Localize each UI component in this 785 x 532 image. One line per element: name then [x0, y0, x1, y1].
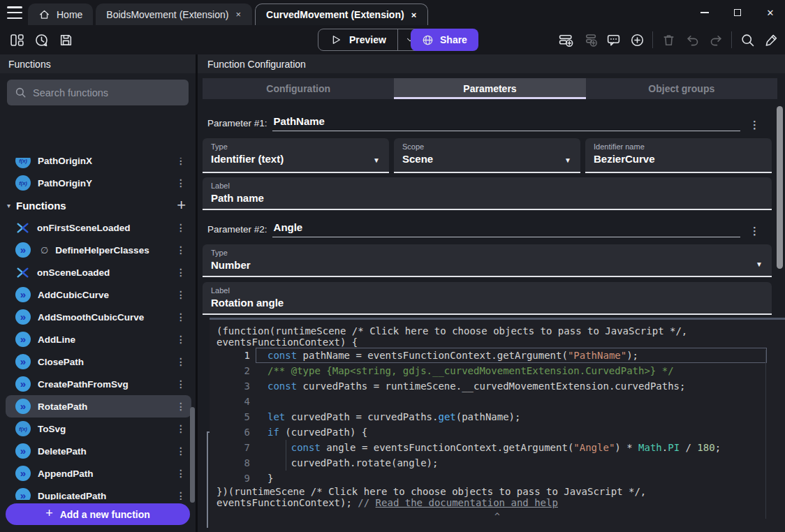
- parameter-1-type-select[interactable]: Type Identifier (text) ▼: [203, 138, 389, 173]
- documentation-link[interactable]: Read the documentation and help: [376, 497, 558, 508]
- action-function-icon: »: [15, 399, 31, 414]
- toolbar-left-icons: [8, 31, 74, 48]
- item-menu-icon[interactable]: ⋮: [176, 401, 186, 412]
- item-menu-icon[interactable]: ⋮: [176, 267, 186, 278]
- function-item-AddSmoothCubicCurve[interactable]: »AddSmoothCubicCurve⋮: [6, 306, 191, 328]
- parameter-2-name-input[interactable]: Angle: [272, 221, 740, 237]
- function-item-DefineHelperClasses[interactable]: »∅DefineHelperClasses⋮: [6, 239, 191, 261]
- parameter-1-name-input[interactable]: PathName: [272, 115, 740, 131]
- panel-title: Function Configuration: [198, 54, 785, 73]
- functions-section-header[interactable]: ▾Functions+: [0, 194, 196, 216]
- function-item-AppendPath[interactable]: »AppendPath⋮: [6, 462, 191, 485]
- parameter-2-menu-icon[interactable]: ⋮: [749, 225, 760, 237]
- tab-home[interactable]: Home: [28, 3, 93, 25]
- item-menu-icon[interactable]: ⋮: [176, 289, 186, 300]
- edit-code-icon[interactable]: [763, 31, 779, 48]
- configuration-tabs: Configuration Parameters Object groups: [203, 78, 777, 99]
- tab-object-groups[interactable]: Object groups: [586, 78, 777, 99]
- maximize-icon[interactable]: [733, 9, 742, 16]
- collapse-editor-icon[interactable]: ^: [210, 512, 785, 522]
- function-item-PathOriginX[interactable]: f(x)PathOriginX⋮: [6, 158, 191, 172]
- item-menu-icon[interactable]: ⋮: [176, 378, 186, 390]
- add-new-function-button[interactable]: + Add a new function: [6, 503, 190, 525]
- action-function-icon: »: [15, 332, 31, 347]
- parameters-scrollbar[interactable]: [777, 106, 783, 269]
- function-item-CreatePathFromSvg[interactable]: »CreatePathFromSvg⋮: [6, 373, 191, 395]
- code-lines: 1const pathName = eventsFunctionContext.…: [210, 348, 785, 486]
- tab-configuration[interactable]: Configuration: [203, 78, 394, 99]
- item-menu-icon[interactable]: ⋮: [176, 334, 186, 345]
- function-item-onFirstSceneLoaded[interactable]: onFirstSceneLoaded⋮: [6, 216, 191, 239]
- tab-curvedmovement[interactable]: CurvedMovement (Extension) ×: [255, 3, 428, 25]
- function-item-ClosePath[interactable]: »ClosePath⋮: [6, 350, 191, 373]
- close-tab-icon[interactable]: ×: [235, 9, 242, 20]
- save-icon[interactable]: [57, 31, 74, 48]
- parameter-1-identifier-input[interactable]: Identifier name BezierCurve: [585, 138, 772, 173]
- toolbar: Preview Share: [0, 25, 785, 54]
- function-item-ToSvg[interactable]: f(x)ToSvg⋮: [6, 418, 191, 440]
- item-menu-icon[interactable]: ⋮: [176, 244, 186, 256]
- parameter-2-type-select[interactable]: Type Number ▼: [203, 244, 772, 277]
- tab-boidsmovement[interactable]: BoidsMovement (Extension) ×: [96, 3, 252, 25]
- function-name: AddLine: [38, 334, 75, 345]
- share-button[interactable]: Share: [411, 29, 478, 51]
- item-menu-icon[interactable]: ⋮: [176, 423, 186, 434]
- item-menu-icon[interactable]: ⋮: [176, 177, 186, 189]
- collapse-arrow-icon[interactable]: ▾: [7, 202, 10, 209]
- action-function-icon: »: [15, 466, 31, 481]
- function-item-DeletePath[interactable]: »DeletePath⋮: [6, 440, 191, 462]
- search-icon[interactable]: [739, 31, 756, 48]
- function-item-DuplicatedPath[interactable]: »DuplicatedPath⋮: [6, 485, 191, 500]
- minimize-icon[interactable]: [700, 12, 710, 13]
- event-selection-bracket: [207, 431, 208, 528]
- item-menu-icon[interactable]: ⋮: [176, 468, 186, 479]
- item-menu-icon[interactable]: ⋮: [176, 490, 186, 500]
- add-event-icon[interactable]: [557, 31, 574, 48]
- item-menu-icon[interactable]: ⋮: [176, 222, 186, 233]
- function-name: AddCubicCurve: [38, 290, 109, 300]
- parameter-2-label-input[interactable]: Label Rotation angle: [203, 282, 772, 315]
- toolbar-divider: [652, 31, 653, 48]
- parameter-2-heading: Parameter #2: Angle: [207, 218, 740, 237]
- function-item-PathOriginY[interactable]: f(x)PathOriginY⋮: [6, 172, 191, 194]
- close-window-icon[interactable]: ✕: [765, 8, 775, 18]
- function-item-AddLine[interactable]: »AddLine⋮: [6, 328, 191, 350]
- parameter-1-scope-select[interactable]: Scope Scene ▼: [394, 138, 580, 173]
- close-tab-icon[interactable]: ×: [411, 10, 418, 20]
- main-menu-icon[interactable]: [7, 6, 22, 19]
- item-menu-icon[interactable]: ⋮: [176, 356, 186, 367]
- function-name: AppendPath: [38, 468, 94, 479]
- dropdown-arrow-icon[interactable]: ▼: [564, 156, 571, 164]
- code-editor[interactable]: (function(runtimeScene /* Click here to …: [210, 318, 785, 532]
- function-item-onSceneLoaded[interactable]: onSceneLoaded⋮: [6, 261, 191, 283]
- function-item-RotatePath[interactable]: »RotatePath⋮: [6, 395, 191, 418]
- code-footer-line: })(runtimeScene /* Click here to choose …: [210, 486, 785, 497]
- line-number: 7: [217, 440, 250, 455]
- dropdown-arrow-icon[interactable]: ▼: [756, 260, 763, 268]
- line-number: 3: [217, 378, 250, 394]
- plus-icon: +: [45, 506, 53, 521]
- code-line-6: 6if (curvedPath) {: [210, 424, 785, 440]
- add-function-plus-icon[interactable]: +: [177, 198, 186, 213]
- preview-label: Preview: [349, 34, 386, 45]
- code-header-line: (function(runtimeScene /* Click here to …: [210, 325, 785, 337]
- sidebar-scrollbar[interactable]: [190, 407, 195, 503]
- window-tabs: Home BoidsMovement (Extension) × CurvedM…: [28, 3, 428, 25]
- editor-panels-icon[interactable]: [8, 31, 25, 48]
- search-functions-input[interactable]: Search functions: [7, 80, 189, 105]
- parameter-1-label-input[interactable]: Label Path name: [203, 177, 772, 210]
- dropdown-arrow-icon[interactable]: ▼: [373, 156, 380, 164]
- parameter-1-menu-icon[interactable]: ⋮: [749, 119, 760, 131]
- code-footer-line: eventsFunctionContext); // Read the docu…: [210, 497, 785, 508]
- preview-button[interactable]: Preview: [318, 29, 397, 50]
- tab-parameters[interactable]: Parameters: [394, 78, 585, 99]
- function-item-AddCubicCurve[interactable]: »AddCubicCurve⋮: [6, 283, 191, 306]
- code-header-line: eventsFunctionContext) {: [210, 337, 785, 348]
- item-menu-icon[interactable]: ⋮: [176, 445, 186, 457]
- history-icon[interactable]: [33, 31, 50, 48]
- item-menu-icon[interactable]: ⋮: [176, 311, 186, 323]
- item-menu-icon[interactable]: ⋮: [176, 158, 186, 166]
- add-comment-icon[interactable]: [605, 31, 622, 48]
- add-circle-icon[interactable]: [629, 31, 645, 48]
- share-label: Share: [440, 34, 467, 45]
